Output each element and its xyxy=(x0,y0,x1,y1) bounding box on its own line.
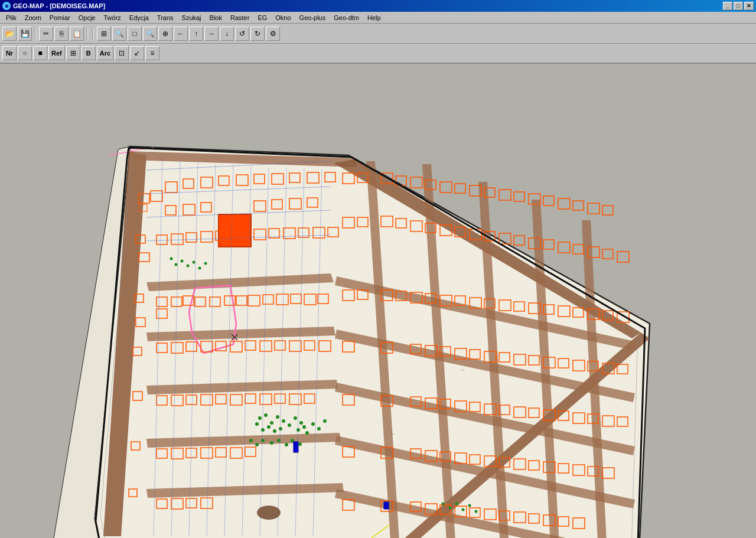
rotate-button[interactable]: ↺ xyxy=(235,27,249,41)
map-svg: — — xyxy=(0,64,756,538)
svg-point-255 xyxy=(296,428,300,432)
menu-plik[interactable]: Plik xyxy=(2,13,20,22)
ref-button[interactable]: Ref xyxy=(48,46,65,60)
fill-button[interactable]: ■ xyxy=(33,46,47,60)
svg-point-281 xyxy=(475,510,478,513)
save-button[interactable]: 💾 xyxy=(18,27,32,41)
menu-pomiar[interactable]: Pomiar xyxy=(46,13,74,22)
svg-point-257 xyxy=(305,431,309,435)
svg-point-248 xyxy=(273,429,276,433)
svg-point-275 xyxy=(204,262,207,265)
svg-text:—: — xyxy=(390,431,394,435)
svg-point-274 xyxy=(198,267,201,270)
menu-bar: Plik Zoom Pomiar Opcje Twórz Edycja Tran… xyxy=(0,12,756,24)
menu-opcje[interactable]: Opcje xyxy=(75,13,99,22)
open-button[interactable]: 📂 xyxy=(2,27,17,41)
circle-button[interactable]: ○ xyxy=(18,46,32,60)
menu-edycja[interactable]: Edycja xyxy=(126,13,152,22)
svg-point-263 xyxy=(261,439,265,442)
refresh-button[interactable]: ↻ xyxy=(250,27,265,41)
separator-1 xyxy=(35,27,36,40)
pan-down-button[interactable]: ↓ xyxy=(220,27,234,41)
menu-help[interactable]: Help xyxy=(364,13,384,22)
pan-up-button[interactable]: ↑ xyxy=(189,27,203,41)
svg-point-268 xyxy=(298,442,302,446)
map-area[interactable]: — — xyxy=(0,64,756,538)
svg-point-252 xyxy=(279,427,282,431)
menu-eg[interactable]: EG xyxy=(254,13,271,22)
title-bar-left: ⊕ GEO-MAP - [DEMOISEG.MAP] xyxy=(2,2,105,10)
title-bar-controls: _ □ ✕ xyxy=(723,2,754,10)
menu-geodtm[interactable]: Geo-dtm xyxy=(330,13,363,22)
list-button[interactable]: ≡ xyxy=(145,46,159,60)
svg-point-245 xyxy=(276,415,279,419)
menu-szukaj[interactable]: Szukaj xyxy=(178,13,205,22)
copy-button[interactable]: ⎘ xyxy=(54,27,69,41)
svg-point-264 xyxy=(270,441,273,445)
toolbar-1: 📂 💾 ✂ ⎘ 📋 ⊞ 🔍 □ 🔍 ⊕ ← ↑ → ↓ ↺ ↻ ⚙ xyxy=(0,24,756,44)
svg-point-251 xyxy=(288,423,291,427)
grid-button[interactable]: ⊞ xyxy=(66,46,80,60)
separator-3 xyxy=(93,27,94,40)
svg-point-243 xyxy=(264,413,268,417)
nav-extent-button[interactable]: ⊞ xyxy=(97,27,111,41)
close-button[interactable]: ✕ xyxy=(744,2,754,10)
menu-geoplus[interactable]: Geo-plus xyxy=(296,13,330,22)
title-bar-text: GEO-MAP - [DEMOISEG.MAP] xyxy=(13,2,105,9)
svg-point-262 xyxy=(255,443,259,446)
zoom-window-button[interactable]: □ xyxy=(128,27,142,41)
title-bar: ⊕ GEO-MAP - [DEMOISEG.MAP] _ □ ✕ xyxy=(0,0,756,12)
paste-button[interactable]: 📋 xyxy=(70,27,84,41)
menu-okno[interactable]: Okno xyxy=(272,13,294,22)
snap-button[interactable]: ↙ xyxy=(130,46,144,60)
svg-point-246 xyxy=(267,425,271,429)
svg-point-271 xyxy=(181,260,184,263)
svg-point-301 xyxy=(257,506,281,520)
menu-blok[interactable]: Blok xyxy=(206,13,226,22)
bold-button[interactable]: B xyxy=(82,46,96,60)
menu-tworz[interactable]: Twórz xyxy=(100,13,124,22)
arc-button[interactable]: Arc xyxy=(97,46,113,60)
svg-point-261 xyxy=(249,439,253,442)
toolbar-2: Nr ○ ■ Ref ⊞ B Arc ⊡ ↙ ≡ xyxy=(0,44,756,64)
svg-point-273 xyxy=(193,261,195,264)
svg-point-253 xyxy=(294,416,297,420)
menu-trans[interactable]: Trans xyxy=(154,13,177,22)
settings-button[interactable]: ⚙ xyxy=(266,27,280,41)
svg-point-249 xyxy=(255,422,259,426)
pan-left-button[interactable]: ← xyxy=(174,27,188,41)
menu-raster[interactable]: Raster xyxy=(227,13,253,22)
maximize-button[interactable]: □ xyxy=(734,2,743,10)
svg-rect-283 xyxy=(384,502,389,509)
svg-text:—: — xyxy=(461,367,465,371)
svg-point-276 xyxy=(442,503,445,506)
svg-point-258 xyxy=(311,422,315,426)
zoom-prev-button[interactable]: ⊕ xyxy=(158,27,172,41)
svg-point-247 xyxy=(261,428,265,432)
separator-2 xyxy=(87,27,88,40)
svg-point-272 xyxy=(187,265,190,268)
svg-point-242 xyxy=(258,416,262,420)
svg-point-279 xyxy=(462,508,465,511)
svg-point-260 xyxy=(323,419,327,423)
svg-point-270 xyxy=(175,263,178,266)
svg-point-259 xyxy=(317,427,321,431)
zoom-out-button[interactable]: 🔍 xyxy=(143,27,157,41)
svg-point-277 xyxy=(449,507,452,510)
app-icon: ⊕ xyxy=(2,2,11,10)
svg-point-244 xyxy=(270,421,273,425)
svg-point-256 xyxy=(302,425,306,429)
symbol-button[interactable]: ⊡ xyxy=(115,46,129,60)
cut-button[interactable]: ✂ xyxy=(39,27,53,41)
nr-button[interactable]: Nr xyxy=(2,46,17,60)
svg-point-269 xyxy=(170,257,173,260)
pan-right-button[interactable]: → xyxy=(204,27,219,41)
svg-point-254 xyxy=(299,421,303,425)
svg-point-278 xyxy=(455,503,458,506)
svg-point-250 xyxy=(282,419,285,423)
svg-point-280 xyxy=(468,504,471,507)
menu-zoom[interactable]: Zoom xyxy=(21,13,45,22)
minimize-button[interactable]: _ xyxy=(723,2,732,10)
zoom-in-button[interactable]: 🔍 xyxy=(112,27,126,41)
svg-point-266 xyxy=(285,443,288,446)
